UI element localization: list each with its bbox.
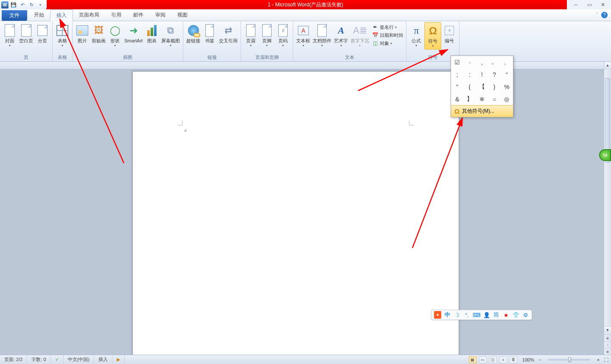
tab-insert[interactable]: 插入 — [50, 9, 73, 21]
symbol-cell[interactable]: ; — [451, 68, 463, 81]
redo-icon[interactable]: ↻ — [28, 1, 35, 8]
symbol-cell[interactable]: % — [501, 81, 513, 93]
symbol-cell[interactable]: 】 — [463, 93, 476, 105]
ime-gear-icon[interactable]: ⚙ — [522, 311, 529, 319]
wordart-button[interactable]: A艺术字▾ — [333, 22, 349, 49]
tab-view[interactable]: 视图 — [171, 9, 193, 21]
qat-customize-icon[interactable]: ▾ — [36, 1, 44, 8]
hyperlink-button[interactable]: 超链接 — [185, 22, 202, 45]
view-outline-button[interactable]: ≡ — [499, 356, 507, 363]
header-button[interactable]: 页眉▾ — [243, 22, 259, 49]
vertical-scrollbar[interactable]: ▲ ▼ ≑ ◦ ≑ — [604, 62, 611, 355]
prev-page-button[interactable]: ≑ — [604, 334, 611, 341]
blank-page-button[interactable]: 空白页 — [18, 22, 34, 45]
screenshot-button[interactable]: ⧉屏幕截图▾ — [160, 22, 181, 49]
zoom-out-button[interactable]: − — [537, 357, 543, 362]
status-proofing[interactable]: ✓ — [51, 355, 64, 364]
symbol-cell[interactable]: ※ — [476, 93, 488, 105]
browse-object-button[interactable]: ◦ — [604, 341, 611, 348]
status-page[interactable]: 页面: 2/2 — [0, 355, 27, 364]
view-printlayout-button[interactable]: ▦ — [469, 356, 476, 363]
minimize-ribbon-icon[interactable]: ˇ — [597, 13, 598, 17]
datetime-button[interactable]: 📅日期和时间 — [372, 32, 403, 39]
minimize-button[interactable]: ─ — [571, 2, 580, 8]
file-tab[interactable]: 文件 — [2, 10, 27, 21]
zoom-knob[interactable] — [568, 357, 571, 362]
ime-logo-icon[interactable]: ✦ — [434, 311, 441, 319]
scroll-up-icon[interactable]: ▲ — [604, 62, 611, 69]
status-language[interactable]: 中文(中国) — [64, 355, 94, 364]
more-symbols-menuitem[interactable]: Ω 其他符号(M)... — [451, 105, 513, 117]
undo-icon[interactable]: ↶ — [19, 1, 26, 8]
symbol-cell[interactable]: ☑ — [451, 56, 463, 68]
symbol-cell[interactable]: ( — [463, 81, 476, 93]
bookmark-button[interactable]: 书签 — [202, 22, 218, 45]
ime-rec-icon[interactable]: ■ — [502, 311, 510, 319]
page-break-button[interactable]: 分页 — [34, 22, 50, 45]
cover-page-button[interactable]: 封面▾ — [2, 22, 18, 49]
tab-pagelayout[interactable]: 页面布局 — [73, 9, 105, 21]
symbol-cell[interactable]: “ — [501, 68, 513, 81]
textbox-button[interactable]: A文本框▾ — [295, 22, 311, 49]
smartart-button[interactable]: ➜SmartArt — [123, 22, 144, 45]
symbol-cell[interactable]: ○ — [488, 93, 501, 105]
pagenum-button[interactable]: #页码▾ — [275, 22, 291, 49]
symbol-cell[interactable]: : — [463, 68, 476, 81]
close-button[interactable]: ✕ — [598, 2, 608, 8]
symbol-cell[interactable]: ” — [451, 81, 463, 93]
status-macro[interactable]: ▶ — [112, 355, 125, 364]
view-fullscreen-button[interactable]: ▭ — [479, 356, 487, 363]
restore-button[interactable]: ▭ — [585, 2, 594, 8]
tab-references[interactable]: 引用 — [105, 9, 127, 21]
number-button[interactable]: #编号 — [441, 22, 457, 45]
picture-button[interactable]: 图片 — [74, 22, 90, 45]
zoom-slider[interactable] — [548, 359, 590, 361]
signature-line-button[interactable]: ✒签名行 ▾ — [372, 24, 403, 31]
dropcap-button[interactable]: A≣首字下沉▾ — [349, 22, 370, 49]
symbol-cell[interactable]: 。 — [488, 56, 501, 68]
tab-review[interactable]: 审阅 — [149, 9, 171, 21]
next-page-button[interactable]: ≑ — [604, 348, 611, 355]
symbol-cell[interactable]: · — [463, 56, 476, 68]
zoom-in-button[interactable]: + — [595, 357, 601, 362]
help-icon[interactable]: ? — [601, 12, 608, 18]
ime-moon-icon[interactable]: ☽ — [454, 311, 461, 319]
table-button[interactable]: 表格▾ — [54, 22, 70, 49]
shapes-button[interactable]: ◯形状▾ — [107, 22, 123, 49]
ime-cn-button[interactable]: 中 — [444, 311, 451, 319]
word-logo-icon[interactable]: W — [1, 1, 8, 8]
clipart-button[interactable]: 🖼剪贴画 — [90, 22, 107, 45]
equation-button[interactable]: π公式▾ — [408, 22, 424, 49]
symbol-cell[interactable]: ◎ — [501, 93, 513, 105]
tab-mail[interactable]: 邮件 — [127, 9, 149, 21]
ime-shirt-icon[interactable]: 👕 — [512, 311, 519, 319]
symbol-cell[interactable]: , — [476, 56, 488, 68]
symbol-cell[interactable]: ) — [488, 81, 501, 93]
status-mode[interactable]: 插入 — [94, 355, 112, 364]
save-icon[interactable]: 💾 — [10, 1, 17, 8]
quickparts-button[interactable]: 文档部件▾ — [311, 22, 333, 49]
symbol-cell[interactable]: 【 — [476, 81, 488, 93]
ime-person-icon[interactable]: 👤 — [483, 311, 490, 319]
symbol-cell[interactable]: ? — [488, 68, 501, 81]
view-web-button[interactable]: ◫ — [489, 356, 497, 363]
ime-keyboard-icon[interactable]: ⌨ — [473, 311, 481, 319]
footer-button[interactable]: 页脚▾ — [259, 22, 275, 49]
ime-punct-icon[interactable]: °, — [463, 311, 471, 319]
symbol-cell[interactable]: ! — [476, 68, 488, 81]
symbol-cell[interactable]: & — [451, 93, 463, 105]
ime-toolbar[interactable]: ✦ 中 ☽ °, ⌨ 👤 简 ■ 👕 ⚙ — [431, 310, 532, 320]
chart-button[interactable]: 图表 — [144, 22, 160, 45]
zoom-level[interactable]: 100% — [522, 357, 534, 362]
tab-home[interactable]: 开始 — [28, 9, 50, 21]
crossref-button[interactable]: ⇄交叉引用 — [218, 22, 239, 45]
symbol-cell[interactable]: 、 — [501, 56, 513, 68]
ime-simp-button[interactable]: 简 — [493, 311, 500, 319]
document-page[interactable]: ↲ — [132, 71, 459, 355]
status-words[interactable]: 字数: 0 — [27, 355, 50, 364]
green-badge[interactable]: 54 — [599, 149, 611, 161]
object-button[interactable]: ◫对象 ▾ — [372, 40, 403, 47]
symbol-button[interactable]: Ω符号▾ — [424, 22, 441, 50]
scroll-down-icon[interactable]: ▼ — [604, 326, 611, 333]
fullscreen-icon[interactable]: ⛶ — [604, 357, 608, 362]
